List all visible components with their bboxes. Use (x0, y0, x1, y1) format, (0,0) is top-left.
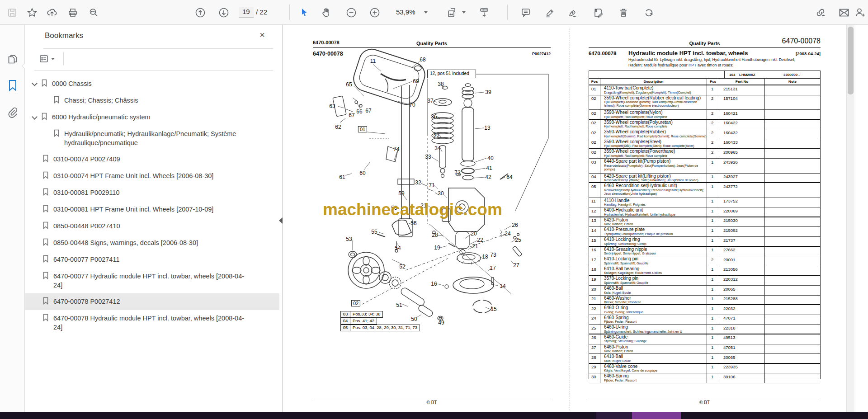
bookmark-options-button[interactable] (39, 53, 58, 65)
sign-button[interactable] (566, 6, 580, 19)
document-area[interactable]: 6470-00078 Quality Parts 6470-00078 P002… (283, 25, 846, 412)
zoom-in-button[interactable] (368, 6, 382, 19)
cell-note (765, 305, 820, 315)
bookmark-ribbon-icon (53, 96, 60, 105)
bookmark-item[interactable]: 0850-00448 Signs, warnings, decals [2006… (25, 235, 279, 251)
plus-circle-icon (369, 7, 381, 19)
page-total-label: / 22 (256, 8, 267, 16)
zoom-level-value[interactable]: 53,9% (396, 8, 415, 16)
diagram-callout: 36 (431, 113, 437, 120)
previous-page-button[interactable] (193, 6, 207, 19)
pages-icon (7, 53, 19, 65)
diagram-callout: 18 (482, 254, 488, 260)
machine-model: LHM200Z (739, 73, 755, 77)
cell-pos: 02 (589, 139, 600, 148)
cell-pcs: 1 (707, 266, 719, 275)
bookmark-item[interactable]: 6470-00077 Hydraulic module HPT incl. to… (25, 268, 279, 293)
page-number-input[interactable]: 19 (239, 7, 254, 18)
legend-text: Pos.33; 34; 38 (350, 311, 383, 318)
table-row: 023590-Wheel complete(Polyuretan)Hjul ko… (589, 120, 820, 130)
vertical-scrollbar[interactable] (846, 25, 854, 412)
diagram-callout: 55 (371, 229, 377, 235)
email-button[interactable] (837, 6, 851, 19)
section-subtitle-2: Rädern; Module hydraulique pour HPT avec… (628, 63, 733, 67)
collapse-panel-button[interactable] (279, 217, 283, 224)
scrollbar-thumb[interactable] (848, 27, 854, 94)
chevron-down-icon[interactable] (32, 80, 38, 86)
cell-pcs: 1 (707, 227, 719, 236)
hand-tool-button[interactable] (319, 6, 333, 19)
bookmark-item[interactable]: Chassi; Chassis; Châssis (25, 92, 279, 109)
diagram-callout: 69 (413, 78, 419, 85)
chevron-down-icon[interactable] (32, 114, 38, 120)
bookmark-item[interactable]: 0310-00081 HPT Frame Unit incl. Wheels [… (25, 201, 279, 218)
cell-pcs: 2 (707, 139, 719, 148)
cell-pos: 30 (589, 373, 600, 383)
bookmark-item[interactable]: 6470-00078 P0027412 (25, 293, 279, 310)
select-tool-button[interactable] (297, 6, 311, 19)
delete-button[interactable] (617, 6, 630, 19)
cell-part-no: 200965 (719, 149, 765, 158)
bookmark-item[interactable]: 0310-00074 P0027409 (25, 151, 279, 168)
share-link-button[interactable] (814, 6, 827, 19)
scroll-mode-button[interactable] (477, 6, 491, 19)
cell-description: 6410-Greasing nippleSmörjnippel; Smierni… (600, 247, 707, 256)
diagram-callout: 26 (512, 222, 518, 228)
bookmark-item[interactable]: Hydraulik/pneumatik; Hydraulikanlage/Pne… (25, 126, 279, 151)
cell-pos: 15 (589, 237, 600, 246)
print-button[interactable] (66, 6, 80, 19)
bookmark-label: 0310-00074 P0027409 (53, 155, 120, 164)
fill-sign-button[interactable] (591, 6, 605, 19)
cell-part-no: 215288 (719, 296, 765, 305)
bookmark-item[interactable]: 0000 Chassis (25, 75, 279, 92)
cell-note (765, 198, 820, 207)
save-button[interactable] (5, 6, 19, 19)
share-upload-button[interactable] (45, 6, 59, 19)
legend-pos: 05 (340, 325, 350, 331)
cell-note (765, 110, 820, 119)
serial-range: 3300000 - (783, 73, 800, 77)
page-thumbnails-button[interactable] (6, 53, 19, 66)
bookmark-item[interactable]: 6470-00077 P0027411 (25, 251, 279, 268)
cell-pos: 02 (589, 149, 600, 158)
fill-sign-icon (593, 7, 604, 18)
bookmarks-panel-button[interactable] (6, 79, 19, 92)
diagram-callout: 62 (335, 124, 341, 130)
search-button[interactable] (87, 6, 100, 19)
cell-pcs: 1 (707, 247, 719, 256)
bookmark-item[interactable]: 0310-00074 HPT Frame Unit incl. Wheels [… (25, 168, 279, 184)
cell-description: 6410-BallKula; Kugel; Boule (600, 354, 707, 363)
bookmark-item[interactable]: 6000 Hydraulic/pneumatic system (25, 109, 279, 126)
bookmark-ribbon-icon (42, 238, 49, 248)
cell-pcs: 1 (707, 325, 719, 334)
next-page-button[interactable] (217, 6, 231, 19)
bookmark-item[interactable]: 0850-00448 P0027410 (25, 218, 279, 235)
cell-description: 6400-Hydraulic unitHydraulenhet; Hydraul… (600, 207, 707, 217)
zoom-dropdown-caret[interactable] (424, 11, 428, 14)
table-row: 156410-Locking ringSpårring; Schliessrin… (589, 237, 820, 247)
cell-note (765, 364, 820, 373)
bookmark-item[interactable]: 6470-00078 Hydraulic module HPT incl. to… (25, 310, 279, 335)
add-person-button[interactable] (854, 6, 867, 19)
cell-note (765, 266, 820, 275)
diagram-callout: 34 (434, 145, 440, 151)
star-button[interactable] (25, 6, 39, 19)
col-note: Note (765, 79, 820, 85)
bookmark-item[interactable]: 0310-00081 P0029110 (25, 184, 279, 201)
cell-pos: 11 (589, 198, 600, 207)
cell-part-no: 243772 (719, 183, 765, 198)
comment-button[interactable] (519, 6, 533, 19)
person-add-icon (854, 7, 866, 19)
cell-pcs: 1 (707, 183, 719, 198)
attachments-button[interactable] (6, 106, 19, 119)
zoom-out-button[interactable] (344, 6, 358, 19)
bookmark-ribbon-icon (42, 221, 49, 231)
highlight-button[interactable] (543, 6, 557, 19)
fit-dropdown-caret[interactable] (462, 11, 466, 14)
rotate-button[interactable] (642, 6, 656, 19)
close-panel-button[interactable]: × (257, 29, 268, 40)
fit-width-button[interactable] (446, 6, 459, 19)
toolbar-separator (507, 5, 508, 20)
bookmarks-panel: Bookmarks × 0000 ChassisChassi; Chassis;… (25, 25, 283, 412)
parts-table: 104 LHM200Z 3300000 - Pos Description Pc… (589, 71, 821, 379)
